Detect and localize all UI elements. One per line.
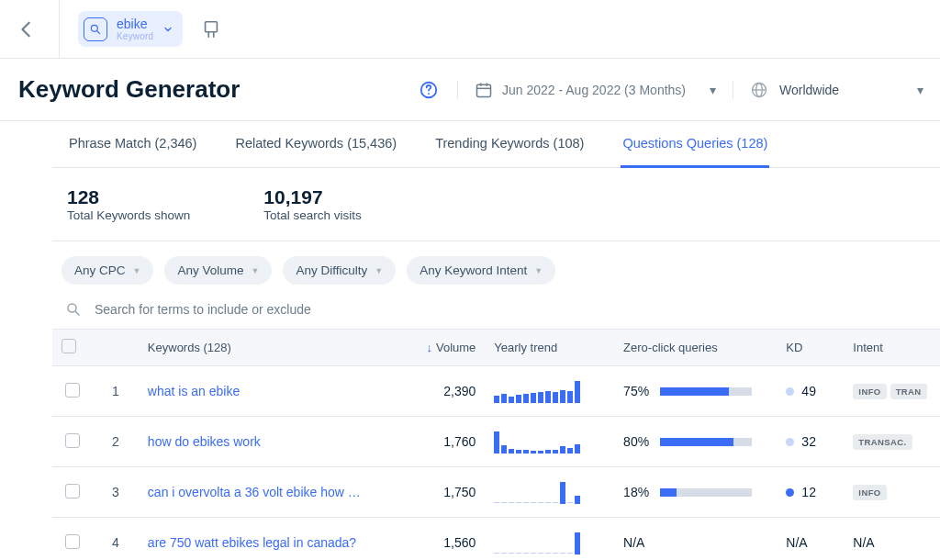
row-index: 3 — [93, 467, 139, 518]
zero-click-bar — [660, 387, 752, 396]
filter-pill[interactable]: Any CPC▼ — [62, 256, 153, 285]
stat-value: 10,197 — [263, 186, 362, 208]
stat-value: 128 — [67, 186, 190, 208]
globe-icon — [750, 81, 768, 99]
back-button[interactable] — [17, 19, 37, 39]
col-keywords[interactable]: Keywords (128) — [139, 330, 397, 366]
tab[interactable]: Trending Keywords (108) — [433, 121, 586, 168]
select-all-checkbox[interactable] — [62, 339, 76, 353]
intent-value: N/A — [853, 535, 874, 550]
keyword-link[interactable]: what is an ebike — [148, 384, 240, 398]
zero-click-value: 80% — [623, 434, 649, 449]
col-zero-click[interactable]: Zero-click queries — [614, 330, 777, 366]
keyword-link[interactable]: are 750 watt ebikes legal in canada? — [148, 535, 356, 550]
sort-down-icon: ↓ — [426, 341, 432, 354]
tab[interactable]: Phrase Match (2,346) — [67, 121, 198, 168]
tabs: Phrase Match (2,346)Related Keywords (15… — [52, 121, 940, 168]
filter-pill[interactable]: Any Volume▼ — [164, 256, 272, 285]
col-checkbox — [52, 330, 93, 366]
zero-click-value: N/A — [623, 535, 644, 550]
col-trend[interactable]: Yearly trend — [485, 330, 614, 366]
filter-label: Any Difficulty — [296, 263, 367, 277]
svg-rect-7 — [477, 84, 491, 96]
col-intent[interactable]: Intent — [844, 330, 940, 366]
filter-label: Any CPC — [74, 263, 126, 277]
chevron-down-icon: ▼ — [252, 266, 260, 275]
filter-row: Any CPC▼Any Volume▼Any Difficulty▼Any Ke… — [52, 241, 940, 294]
keyword-chip[interactable]: ebike Keyword — [78, 11, 183, 48]
kd-dot-icon — [786, 387, 794, 396]
row-checkbox[interactable] — [65, 534, 80, 549]
filter-label: Any Keyword Intent — [420, 263, 527, 277]
row-checkbox[interactable] — [65, 433, 80, 448]
table-row: 3can i overvolta a 36 volt ebike how …1,… — [52, 467, 940, 518]
calendar-icon — [475, 81, 493, 99]
trend-sparkline — [494, 430, 605, 454]
chevron-down-icon: ▼ — [534, 266, 543, 275]
title-area: Keyword Generator — [0, 59, 457, 120]
svg-point-6 — [428, 93, 430, 95]
search-input[interactable] — [93, 301, 927, 318]
kd-cell: 12 — [786, 485, 834, 499]
table-row: 2how do ebikes work1,76080%32TRANSAC. — [52, 417, 940, 467]
stat-label: Total Keywords shown — [67, 208, 190, 222]
svg-line-1 — [97, 30, 100, 33]
kd-value: 32 — [801, 434, 816, 449]
keyword-link[interactable]: can i overvolta a 36 volt ebike how … — [148, 485, 361, 499]
volume-value: 2,390 — [397, 366, 485, 417]
row-index: 1 — [93, 366, 139, 417]
filter-label: Any Volume — [177, 263, 243, 277]
volume-value: 1,560 — [397, 518, 485, 561]
zero-click-cell: 18% — [623, 485, 767, 499]
svg-point-0 — [91, 25, 97, 31]
chevron-down-icon: ▼ — [375, 266, 383, 275]
table-row: 1what is an ebike2,39075%49INFOTRAN — [52, 366, 940, 417]
results-table: Keywords (128) ↓Volume Yearly trend Zero… — [52, 329, 940, 560]
keyword-link[interactable]: how do ebikes work — [148, 434, 261, 449]
intent-badges: INFOTRAN — [853, 384, 931, 399]
intent-badge: INFO — [853, 485, 886, 500]
intent-badge: TRANSAC. — [853, 434, 912, 450]
date-range-picker[interactable]: Jun 2022 - Aug 2022 (3 Months) ▾ — [457, 81, 733, 99]
top-bar: ebike Keyword — [0, 0, 940, 59]
kd-value: N/A — [786, 535, 807, 550]
tab[interactable]: Related Keywords (15,436) — [233, 121, 398, 168]
intent-badges: INFO — [853, 485, 931, 500]
pin-button[interactable] — [201, 19, 221, 39]
keyword-chip-text: ebike Keyword — [117, 17, 153, 42]
filter-pill[interactable]: Any Difficulty▼ — [283, 256, 396, 285]
divider — [59, 0, 60, 59]
tab[interactable]: Questions Queries (128) — [621, 121, 769, 168]
chevron-down-icon — [162, 24, 173, 35]
col-kd[interactable]: KD — [777, 330, 844, 366]
zero-click-cell: 80% — [623, 434, 767, 449]
svg-point-14 — [68, 304, 76, 312]
svg-line-15 — [75, 311, 79, 315]
region-text: Worldwide — [779, 83, 839, 97]
trend-sparkline — [494, 480, 605, 504]
zero-click-value: 75% — [623, 384, 649, 398]
page-title: Keyword Generator — [18, 75, 240, 104]
keyword-type-label: Keyword — [117, 31, 153, 42]
volume-value: 1,760 — [397, 417, 485, 467]
header-row: Keyword Generator Jun 2022 - Aug 2022 (3… — [0, 59, 940, 121]
row-checkbox[interactable] — [65, 484, 80, 498]
help-icon[interactable] — [419, 80, 439, 100]
col-volume-label: Volume — [436, 341, 476, 354]
volume-value: 1,750 — [397, 467, 485, 518]
filter-pill[interactable]: Any Keyword Intent▼ — [407, 256, 555, 285]
row-index: 2 — [93, 417, 139, 467]
row-checkbox[interactable] — [65, 383, 80, 398]
keyword-value: ebike — [117, 17, 153, 31]
col-index — [93, 330, 139, 366]
kd-value: 12 — [801, 485, 816, 499]
col-volume[interactable]: ↓Volume — [397, 330, 485, 366]
stat-total-visits: 10,197 Total search visits — [263, 186, 362, 222]
trend-sparkline — [494, 379, 605, 403]
zero-click-bar — [660, 438, 752, 446]
kd-cell: 32 — [786, 434, 834, 449]
row-index: 4 — [93, 518, 139, 561]
chevron-down-icon: ▼ — [133, 266, 141, 275]
region-picker[interactable]: Worldwide ▾ — [733, 81, 940, 99]
main-content: Phrase Match (2,346)Related Keywords (15… — [0, 121, 940, 560]
